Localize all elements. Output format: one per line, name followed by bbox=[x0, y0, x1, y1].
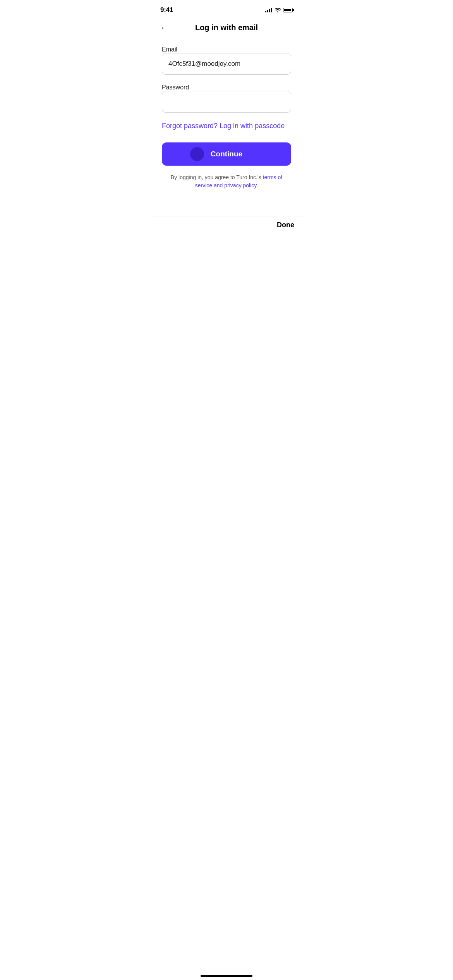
signal-bar-1 bbox=[265, 11, 266, 12]
signal-bar-3 bbox=[269, 9, 270, 12]
forgot-password-link[interactable]: Forgot password? Log in with passcode bbox=[162, 122, 291, 130]
wifi-icon bbox=[275, 8, 281, 12]
battery-icon bbox=[283, 8, 293, 12]
password-field-wrapper: Password bbox=[162, 84, 291, 113]
signal-bar-2 bbox=[267, 10, 268, 12]
battery-fill bbox=[284, 9, 291, 11]
email-input[interactable] bbox=[162, 53, 291, 75]
keyboard-toolbar: Done bbox=[151, 216, 302, 234]
signal-icon bbox=[265, 8, 272, 12]
email-label: Email bbox=[162, 46, 177, 53]
continue-label: Continue bbox=[211, 150, 242, 158]
signal-bar-4 bbox=[271, 8, 272, 12]
password-input[interactable] bbox=[162, 91, 291, 113]
back-arrow-icon: ← bbox=[160, 24, 169, 32]
password-label: Password bbox=[162, 84, 189, 91]
status-icons bbox=[265, 8, 293, 12]
ripple-effect bbox=[190, 147, 204, 161]
continue-button[interactable]: Continue bbox=[162, 142, 291, 166]
main-content: Email Password Forgot password? Log in w… bbox=[151, 38, 302, 197]
done-button[interactable]: Done bbox=[277, 221, 294, 229]
terms-text: By logging in, you agree to Turo Inc.'s … bbox=[162, 173, 291, 190]
page-title: Log in with email bbox=[195, 23, 258, 32]
nav-header: ← Log in with email bbox=[151, 19, 302, 38]
terms-prefix: By logging in, you agree to Turo Inc.'s bbox=[171, 174, 261, 180]
back-button[interactable]: ← bbox=[159, 22, 170, 34]
status-time: 9:41 bbox=[160, 6, 173, 14]
status-bar: 9:41 bbox=[151, 0, 302, 19]
battery-body bbox=[283, 8, 293, 12]
